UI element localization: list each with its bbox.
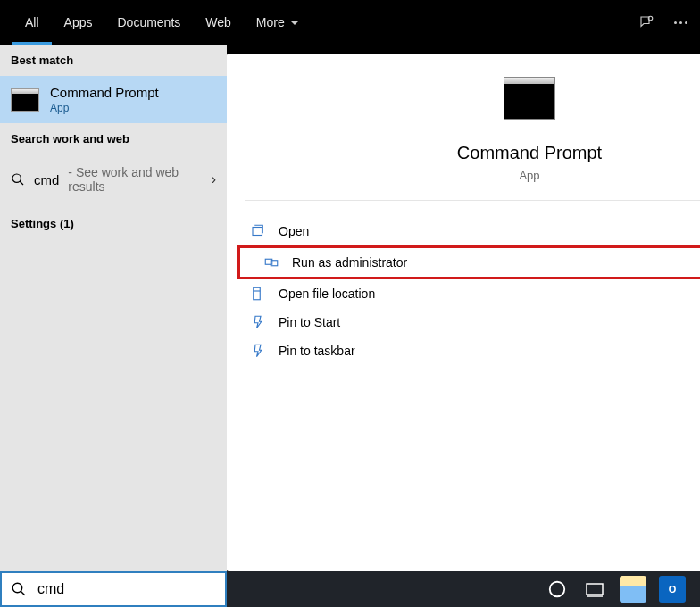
- taskbar-outlook[interactable]: O: [659, 576, 686, 603]
- svg-point-1: [12, 174, 21, 182]
- svg-rect-8: [254, 287, 261, 300]
- svg-rect-11: [587, 584, 603, 595]
- best-match-title: Command Prompt: [50, 85, 159, 100]
- tab-all[interactable]: All: [12, 0, 52, 45]
- preview-pane: Command Prompt App Open Run as administr…: [227, 54, 700, 571]
- action-pin-to-taskbar[interactable]: Pin to taskbar: [227, 337, 700, 365]
- tab-apps[interactable]: Apps: [52, 0, 105, 45]
- action-open-file-location[interactable]: Open file location: [227, 279, 700, 308]
- results-pane: Best match Command Prompt App Search wor…: [0, 45, 227, 607]
- action-open-loc-label: Open file location: [279, 287, 375, 301]
- search-input[interactable]: [38, 581, 216, 597]
- highlight-annotation: Run as administrator: [238, 245, 700, 279]
- search-filter-tabbar: All Apps Documents Web More: [0, 0, 700, 45]
- command-prompt-icon: [11, 88, 39, 112]
- svg-point-3: [12, 583, 22, 593]
- taskbar-file-explorer[interactable]: [620, 576, 646, 603]
- cortana-icon[interactable]: [545, 577, 570, 602]
- tab-more[interactable]: More: [244, 0, 312, 45]
- svg-line-4: [21, 591, 25, 595]
- pin-icon: [250, 343, 266, 359]
- best-match-header: Best match: [0, 45, 227, 76]
- best-match-item[interactable]: Command Prompt App: [0, 76, 227, 123]
- svg-point-10: [550, 582, 565, 597]
- action-run-admin-label: Run as administrator: [292, 255, 407, 270]
- action-pin-start-label: Pin to Start: [279, 315, 340, 329]
- preview-title: Command Prompt: [457, 143, 602, 163]
- search-work-web-header: Search work and web: [0, 123, 227, 154]
- shield-icon: [263, 254, 279, 270]
- preview-pane-outer: Command Prompt App Open Run as administr…: [227, 45, 700, 607]
- svg-line-2: [20, 181, 23, 185]
- search-icon: [11, 171, 25, 187]
- action-pin-to-start[interactable]: Pin to Start: [227, 308, 700, 337]
- tab-more-label: More: [256, 15, 285, 29]
- pin-icon: [250, 314, 266, 330]
- chevron-right-icon: ›: [212, 171, 216, 187]
- search-box[interactable]: [0, 571, 227, 607]
- feedback-icon[interactable]: [638, 14, 654, 30]
- tab-web[interactable]: Web: [193, 0, 244, 45]
- taskbar: O T W: [227, 571, 700, 607]
- task-view-icon[interactable]: [582, 577, 607, 602]
- preview-hero: Command Prompt App: [245, 54, 700, 201]
- chevron-down-icon: [290, 21, 299, 25]
- preview-actions: Open Run as administrator Open file loca…: [227, 201, 700, 365]
- search-web-row[interactable]: cmd - See work and web results ›: [0, 154, 227, 204]
- best-match-subtitle: App: [50, 102, 159, 114]
- search-web-query: cmd: [34, 172, 59, 187]
- preview-subtitle: App: [519, 169, 539, 182]
- action-run-as-administrator[interactable]: Run as administrator: [240, 248, 700, 277]
- open-icon: [250, 223, 266, 239]
- svg-rect-5: [253, 228, 262, 236]
- search-icon: [11, 581, 27, 597]
- action-pin-taskbar-label: Pin to taskbar: [279, 344, 355, 358]
- search-web-hint: - See work and web results: [68, 165, 202, 194]
- command-prompt-icon: [504, 77, 555, 120]
- action-open[interactable]: Open: [227, 217, 700, 245]
- action-open-label: Open: [279, 224, 309, 238]
- folder-icon: [250, 286, 266, 302]
- settings-header[interactable]: Settings (1): [0, 204, 227, 243]
- tab-documents[interactable]: Documents: [104, 0, 193, 45]
- more-options-icon[interactable]: [674, 21, 688, 24]
